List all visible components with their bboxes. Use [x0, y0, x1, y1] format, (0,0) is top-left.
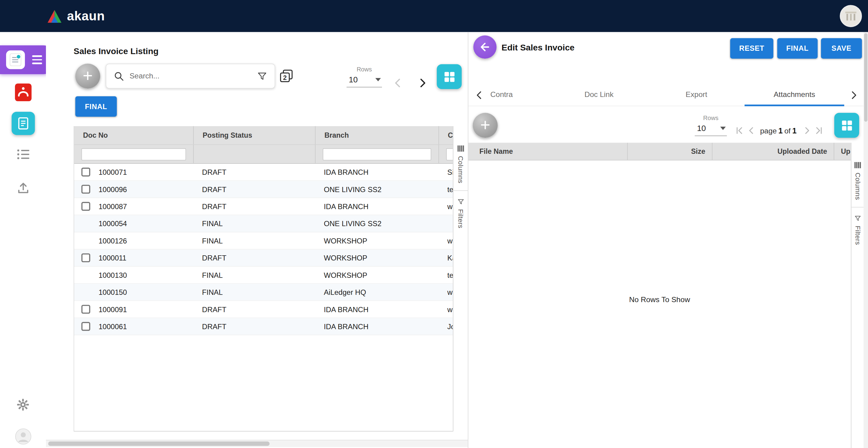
rows-per-page-select[interactable]: 10 [346, 75, 382, 88]
chevron-down-icon [375, 78, 381, 82]
table-row[interactable]: 1000071 DRAFT IDA BRANCH Si [74, 164, 453, 181]
sidebar-item-pdf[interactable] [0, 83, 46, 102]
tab-contra[interactable]: Contra [490, 83, 513, 106]
columns-tab-label: Columns [854, 173, 862, 200]
profile-icon [14, 428, 31, 445]
column-header-uploaded-by[interactable]: Up [834, 143, 851, 160]
table-row[interactable]: 1000150 FINAL AiLedger HQ wa [74, 284, 453, 301]
tabs-scroll-right-button[interactable] [847, 89, 860, 102]
column-header-size[interactable]: Size [627, 143, 712, 160]
invoice-doc-icon [6, 51, 25, 69]
rows-label: Rows [346, 66, 382, 73]
columns-side-tab[interactable]: Columns [851, 159, 864, 207]
grid-view-button[interactable] [437, 64, 462, 89]
row-checkbox[interactable] [82, 305, 90, 314]
page-indicator: page1of1 [758, 126, 801, 135]
edit-sales-invoice-panel: Edit Sales Invoice RESET FINAL SAVE Cont… [468, 32, 863, 448]
add-attachment-button[interactable]: + [473, 113, 498, 138]
sidebar-item-upload[interactable] [0, 182, 46, 195]
tabs-scroll-left-button[interactable] [473, 89, 486, 102]
table-row[interactable]: 1000061 DRAFT IDA BRANCH Jo [74, 318, 453, 335]
filter-input-customer[interactable] [446, 148, 453, 160]
add-invoice-button[interactable]: + [75, 64, 100, 89]
horizontal-scrollbar[interactable] [46, 440, 468, 447]
next-page-button[interactable] [801, 124, 813, 137]
page-title: Sales Invoice Listing [73, 46, 158, 57]
last-page-button[interactable] [813, 124, 825, 137]
panel-title: Edit Sales Invoice [501, 42, 575, 53]
column-header-posting-status[interactable]: Posting Status [193, 126, 315, 145]
cell-customer: wa [439, 198, 453, 215]
previous-page-button[interactable] [392, 76, 404, 90]
cell-branch: IDA BRANCH [315, 318, 439, 335]
first-page-button[interactable] [734, 124, 746, 137]
cell-customer: wa [439, 301, 453, 318]
back-button[interactable] [473, 35, 496, 58]
row-checkbox[interactable] [82, 185, 90, 194]
column-header-customer[interactable]: C [439, 126, 453, 145]
column-header-branch[interactable]: Branch [315, 126, 439, 145]
cell-customer: Si [439, 164, 453, 181]
cell-doc-no: 1000061 [74, 318, 193, 335]
table-row[interactable]: 1000011 DRAFT WORKSHOP Ka [74, 250, 453, 266]
sidebar-item-sales-invoice[interactable] [0, 112, 46, 135]
final-button[interactable]: FINAL [75, 96, 117, 117]
save-button[interactable]: SAVE [821, 38, 862, 59]
sidebar-item-profile[interactable] [0, 428, 46, 445]
next-page-button[interactable] [416, 76, 429, 90]
table-row[interactable]: 1000130 FINAL WORKSHOP te [74, 266, 453, 284]
reset-button[interactable]: RESET [730, 38, 773, 59]
table-row[interactable]: 1000126 FINAL WORKSHOP wa [74, 232, 453, 249]
rows-per-page-control: Rows 10 [695, 115, 727, 136]
chevron-right-icon [417, 77, 428, 89]
plus-icon: + [83, 67, 93, 84]
cell-posting-status: DRAFT [193, 181, 315, 197]
columns-side-tab[interactable]: Columns [454, 143, 468, 191]
top-navbar: akaun [0, 0, 868, 32]
row-checkbox[interactable] [82, 202, 90, 211]
brand[interactable]: akaun [47, 0, 105, 32]
last-page-icon [814, 126, 824, 135]
grid-view-button[interactable] [834, 113, 859, 138]
duplicate-view-button[interactable]: 2 [279, 69, 294, 84]
column-header-doc-no[interactable]: Doc No [74, 126, 193, 145]
final-button[interactable]: FINAL [777, 38, 818, 59]
row-checkbox[interactable] [82, 322, 90, 331]
vertical-scrollbar[interactable] [864, 32, 868, 448]
user-avatar[interactable] [840, 5, 862, 27]
cell-doc-no: 1000150 [74, 284, 193, 300]
cell-doc-no: 1000054 [74, 215, 193, 232]
column-header-file-name[interactable]: File Name [468, 143, 627, 160]
tab-export[interactable]: Export [685, 83, 707, 106]
scrollbar-thumb[interactable] [864, 33, 867, 122]
filter-input-branch[interactable] [323, 148, 431, 160]
filters-side-tab[interactable]: Filters [454, 191, 468, 236]
back-arrow-icon [479, 41, 491, 53]
table-row[interactable]: 1000096 DRAFT ONE LIVING SS2 te [74, 181, 453, 198]
tab-attachments[interactable]: Attachments [774, 83, 815, 106]
filters-side-tab[interactable]: Filters [851, 207, 864, 253]
table-row[interactable]: 1000091 DRAFT IDA BRANCH wa [74, 301, 453, 318]
page-number: 1 [778, 126, 782, 135]
sidebar-item-settings[interactable] [0, 398, 46, 411]
rows-label: Rows [695, 115, 727, 121]
doc-no-text: 1000054 [98, 219, 127, 228]
doc-no-text: 1000091 [98, 305, 127, 313]
chevron-left-icon [474, 90, 485, 100]
avatar-image [841, 6, 861, 26]
row-checkbox[interactable] [82, 254, 90, 262]
tab-doc-link[interactable]: Doc Link [585, 83, 614, 106]
filter-icon[interactable] [257, 71, 268, 82]
previous-page-button[interactable] [746, 124, 758, 137]
table-row[interactable]: 1000087 DRAFT IDA BRANCH wa [74, 198, 453, 215]
rows-per-page-select[interactable]: 10 [695, 124, 727, 136]
table-row[interactable]: 1000054 FINAL ONE LIVING SS2 [74, 215, 453, 232]
row-checkbox[interactable] [82, 168, 90, 177]
filter-input-doc-no[interactable] [82, 148, 186, 160]
column-header-uploaded-date[interactable]: Uploaded Date [712, 143, 834, 160]
scrollbar-thumb[interactable] [48, 442, 270, 446]
search-input[interactable] [130, 72, 252, 80]
columns-icon [854, 161, 862, 169]
sidebar-item-listing[interactable] [0, 148, 46, 160]
doc-no-text: 1000130 [98, 271, 127, 279]
